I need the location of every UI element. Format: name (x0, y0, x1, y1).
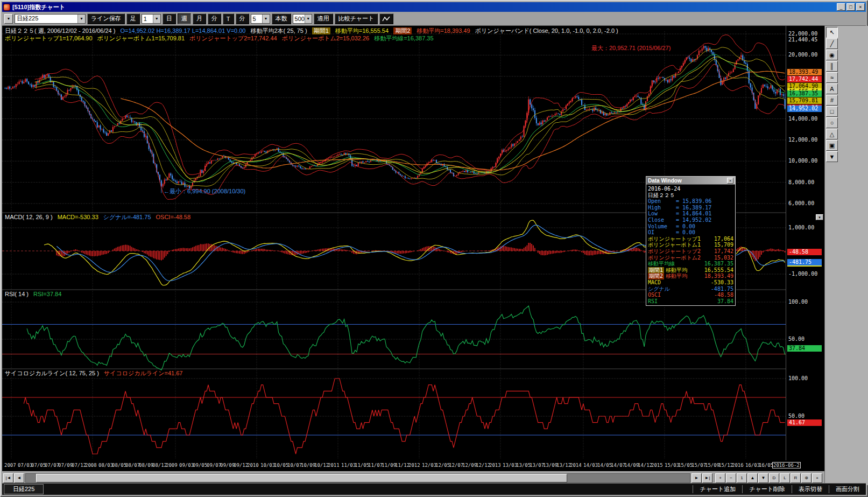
symbol-dropdown-button[interactable]: ▼ (4, 14, 13, 24)
apply-button[interactable]: 適用 (314, 13, 333, 24)
data-window-row: 2016-06-24 (648, 186, 733, 192)
data-window-row: Volume= 0.00 (648, 223, 733, 230)
statusbar-menu: チャート追加 チャート削除 表示切替 画面分割 (693, 485, 866, 493)
axis-value-badge: 37.84 (787, 345, 822, 352)
add-chart-button[interactable]: チャート追加 (693, 485, 742, 493)
data-window-value: 16,387.35 (704, 261, 733, 267)
current-date-label: 2016-06-2 (772, 462, 801, 468)
titlebar: [5110]指数チャート _ □ × (2, 2, 866, 12)
close-button[interactable]: × (812, 473, 822, 483)
zoom-in-bars-button[interactable]: + (715, 473, 725, 483)
time-axis: 200707/0307/0507/0707/0907/12200808/0308… (2, 460, 824, 471)
rsi-value: RSI=37.84 (33, 291, 61, 298)
interval-1-dropdown[interactable]: 1 ▼ (142, 14, 161, 24)
period-chip: 期間2 (648, 273, 664, 279)
period-day-button[interactable]: 日 (163, 13, 176, 24)
time-axis-label: 08/03 (98, 463, 113, 468)
triangle-tool-icon[interactable]: △ (826, 129, 838, 139)
time-axis-label: 13/09 (543, 463, 558, 468)
bars-label-button[interactable]: 本数 (272, 13, 291, 24)
data-window-row: OSCI-48.58 (648, 292, 733, 298)
tick-button[interactable]: T (223, 13, 234, 24)
bars-count-value: 500 (295, 16, 305, 22)
data-window-row: ボリンジャートップ217,742 (648, 248, 733, 255)
scroll-right-button[interactable]: ► (691, 473, 702, 483)
more-tools-icon[interactable]: ▼ (826, 151, 838, 162)
time-axis-label: 10/03 (260, 463, 275, 468)
axis-scroll-down-button[interactable]: ▼ (816, 214, 823, 220)
chart-tab-nikkei225[interactable]: 日経225 (4, 484, 44, 494)
r-mode-button[interactable]: R (791, 473, 801, 483)
interval-1-arrow-icon[interactable]: ▼ (153, 15, 160, 23)
close-window-button[interactable]: × (856, 3, 865, 11)
eraser-tool-icon[interactable]: ▣ (826, 140, 838, 151)
data-window-label: ボリンジャーボトム2 (648, 255, 701, 261)
data-window-close-button[interactable]: × (727, 178, 733, 184)
d-mode-button[interactable]: D (769, 473, 779, 483)
minimize-button[interactable]: _ (837, 3, 845, 11)
candlestick-tool-icon[interactable]: ║ (826, 61, 838, 72)
text-tool-icon[interactable]: A (826, 83, 838, 94)
minute-interval-arrow-icon[interactable]: ▼ (262, 15, 270, 23)
line-save-button[interactable]: ライン保存 (87, 13, 125, 24)
cursor-tool-icon[interactable]: ↖ (826, 27, 838, 38)
ellipse-tool-icon[interactable]: ○ (826, 117, 838, 128)
bars-count-arrow-icon[interactable]: ▼ (305, 15, 312, 23)
main-chart-header-line2: ボリンジャートップ1=17,064.90 ボリンジャーボトム1=15,709.8… (5, 35, 434, 42)
time-axis-label: 10/05 (274, 463, 288, 468)
chart-control-buttons: +−1▲▼DLR⊕× (715, 473, 822, 483)
maximize-button[interactable]: □ (846, 3, 855, 11)
symbol-combo[interactable]: 日経225 ▼ (15, 14, 86, 24)
time-axis-label: 11/07 (368, 463, 383, 468)
period-week-button[interactable]: 週 (178, 13, 191, 24)
bars-count-dropdown[interactable]: 500 ▼ (293, 14, 312, 24)
combo-arrow-icon[interactable]: ▼ (77, 15, 85, 23)
zoom-out-bars-button[interactable]: − (726, 473, 736, 483)
macd-signal-value: シグナル=-481.75 (103, 214, 151, 221)
scrollbar-thumb[interactable] (36, 474, 567, 482)
period-month-button[interactable]: 月 (193, 13, 206, 24)
period-minute2-button[interactable]: 分 (236, 13, 249, 24)
l-mode-button[interactable]: L (780, 473, 790, 483)
chart-region: 日経２２５( 週, 2006/12/02 - 2016/06/24 ) O=14… (2, 26, 824, 460)
minute-interval-dropdown[interactable]: 5 ▼ (251, 14, 270, 24)
line-chart-icon-button[interactable] (379, 13, 393, 24)
data-window-label: 2016-06-24 (648, 186, 680, 192)
pane-down-button[interactable]: ▼ (758, 473, 768, 483)
time-axis-label: 12/03 (422, 463, 436, 468)
scrollbar-track[interactable] (25, 473, 690, 483)
data-window[interactable]: Data Window × 2016-06-24日経２２５Open= 15,83… (646, 176, 736, 306)
split-screen-button[interactable]: 画面分割 (829, 485, 866, 493)
rectangle-tool-icon[interactable]: □ (826, 106, 838, 117)
toggle-display-button[interactable]: 表示切替 (792, 485, 829, 493)
data-window-titlebar[interactable]: Data Window × (646, 177, 735, 184)
data-window-value: 16,555.54 (704, 267, 733, 274)
data-window-label: OSCI (648, 292, 661, 298)
pane-up-button[interactable]: ▲ (747, 473, 758, 483)
delete-chart-button[interactable]: チャート削除 (742, 485, 792, 493)
scroll-to-end-button[interactable]: ►| (702, 473, 712, 483)
time-axis-label: 11/03 (341, 463, 356, 468)
wave-tool-icon[interactable]: ≈ (826, 72, 838, 83)
ashi-button[interactable]: 足 (126, 13, 140, 24)
statusbar: 日経225 チャート追加 チャート削除 表示切替 画面分割 (2, 483, 866, 495)
time-axis-label: 11/05 (355, 463, 369, 468)
compare-chart-button[interactable]: 比較チャート (335, 13, 378, 24)
bb-top2-value: ボリンジャートップ2=17,742.44 (189, 35, 277, 42)
scroll-to-start-button[interactable]: |◄ (3, 473, 13, 483)
price-axis[interactable]: ▼ 22,000.0021,440.4520,000.0014,000.0012… (786, 26, 824, 460)
alert-tool-icon[interactable]: ◉ (826, 50, 838, 60)
data-window-label: 移動平均線 (648, 261, 675, 267)
data-window-label: ボリンジャーボトム1 (648, 242, 701, 248)
grid-tool-icon[interactable]: # (826, 95, 838, 106)
trendline-tool-icon[interactable]: ╱ (826, 38, 838, 49)
scale-reset-button[interactable]: 1 (737, 473, 747, 483)
axis-value-badge: 16,387.35 (787, 90, 822, 97)
period-minute-button[interactable]: 分 (208, 13, 221, 24)
time-axis-label: 10/12 (314, 463, 329, 468)
scroll-left-button[interactable]: ◄ (14, 473, 24, 483)
time-axis-label: 12/07 (449, 463, 463, 468)
time-axis-label: 16/05 (759, 463, 773, 468)
magnifier-button[interactable]: ⊕ (801, 473, 811, 483)
horizontal-scrollbar-row: |◄ ◄ ► ►| +−1▲▼DLR⊕× (2, 472, 823, 484)
